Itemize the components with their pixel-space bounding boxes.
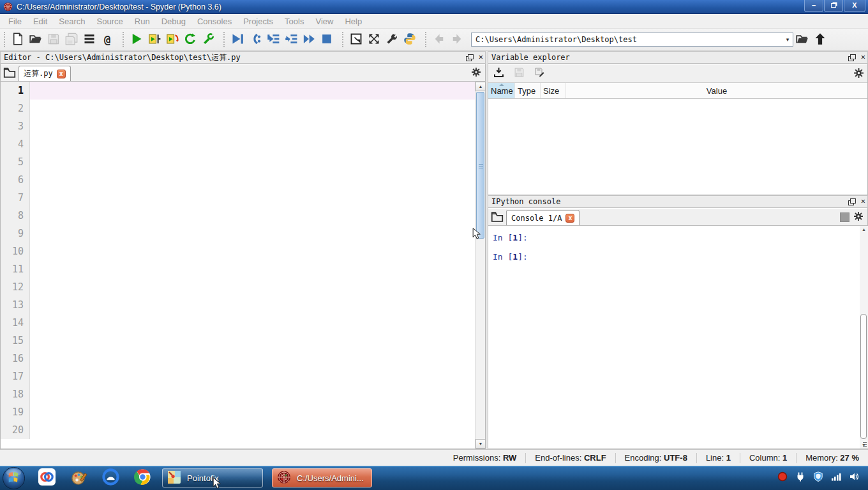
code-line[interactable]: 15 <box>1 332 475 350</box>
line-content[interactable] <box>30 332 475 350</box>
line-content[interactable] <box>30 278 475 296</box>
console-scrollbar[interactable]: ▲ ▼ <box>860 226 868 449</box>
menu-search[interactable]: Search <box>53 15 91 27</box>
working-directory-input[interactable] <box>472 35 782 44</box>
code-line[interactable]: 7 <box>1 189 475 207</box>
menu-help[interactable]: Help <box>339 15 368 27</box>
code-line[interactable]: 12 <box>1 278 475 296</box>
working-directory-combo[interactable]: ▾ <box>471 33 793 47</box>
line-content[interactable] <box>30 135 475 153</box>
editor-tab[interactable]: 运算.py x <box>19 66 71 81</box>
new-file-button[interactable] <box>9 31 27 48</box>
code-line[interactable]: 14 <box>1 314 475 332</box>
save-all-button[interactable] <box>63 31 80 48</box>
debug-file-button[interactable] <box>228 31 246 48</box>
close-pane-icon[interactable]: ✕ <box>861 197 865 205</box>
line-content[interactable] <box>30 189 475 207</box>
browse-tabs-icon[interactable] <box>3 66 17 80</box>
toolbar-handle[interactable] <box>425 32 428 47</box>
line-content[interactable] <box>30 242 475 260</box>
menu-edit[interactable]: Edit <box>27 15 53 27</box>
toolbar-handle[interactable] <box>4 32 6 47</box>
record-tray-icon[interactable] <box>777 473 788 484</box>
open-file-button[interactable] <box>27 31 45 48</box>
run-selection-button[interactable] <box>199 31 217 48</box>
toolbar-handle[interactable] <box>123 32 125 47</box>
console-tab[interactable]: Console 1/A x <box>506 210 580 225</box>
interrupt-kernel-icon[interactable] <box>840 212 849 222</box>
menu-run[interactable]: Run <box>129 15 156 27</box>
menu-tools[interactable]: Tools <box>279 15 310 27</box>
line-content[interactable] <box>30 421 475 439</box>
code-line[interactable]: 11 <box>1 260 475 278</box>
tab-close-icon[interactable]: x <box>565 214 574 223</box>
save-data-as-button[interactable] <box>532 66 547 81</box>
scroll-down-icon[interactable]: ▼ <box>860 443 867 447</box>
close-button[interactable]: X <box>844 0 865 12</box>
code-line[interactable]: 10 <box>1 242 475 260</box>
debug-step-into-button[interactable] <box>264 31 282 48</box>
volume-tray-icon[interactable] <box>848 473 859 484</box>
maximize-pane-button[interactable] <box>347 31 365 48</box>
forward-button[interactable] <box>448 31 466 48</box>
editor-options-gear-icon[interactable] <box>471 67 483 78</box>
back-button[interactable] <box>430 31 448 48</box>
signal-tray-icon[interactable] <box>830 473 841 484</box>
run-cell-button[interactable] <box>146 31 163 48</box>
close-pane-icon[interactable]: ✕ <box>479 53 483 61</box>
menu-consoles[interactable]: Consoles <box>191 15 237 27</box>
console-scroll-track[interactable] <box>860 314 867 439</box>
line-content[interactable] <box>30 368 475 385</box>
preferences-button[interactable] <box>383 31 401 48</box>
console-options-gear-icon[interactable] <box>853 211 865 223</box>
line-content[interactable] <box>30 153 475 171</box>
code-line[interactable]: 6 <box>1 171 475 189</box>
menu-file[interactable]: File <box>3 15 27 27</box>
code-line[interactable]: 5 <box>1 153 475 171</box>
code-line[interactable]: 20 <box>1 421 475 439</box>
chrome-launcher[interactable] <box>131 467 153 489</box>
line-content[interactable] <box>30 403 475 421</box>
line-content[interactable] <box>30 225 475 242</box>
console-input-area[interactable]: In [1]:In [1]: <box>488 226 860 449</box>
browse-tabs-icon[interactable] <box>490 210 504 224</box>
run-cell-advance-button[interactable] <box>163 31 181 48</box>
code-line[interactable]: 13 <box>1 296 475 314</box>
undock-pane-icon[interactable] <box>850 198 856 204</box>
line-content[interactable] <box>30 100 475 117</box>
paint-palette-launcher[interactable] <box>68 467 89 489</box>
column-header-type[interactable]: Type <box>515 83 541 98</box>
line-content[interactable] <box>30 314 475 332</box>
editor-scrollbar-thumb[interactable] <box>476 92 484 239</box>
column-header-size[interactable]: Size <box>541 83 566 98</box>
scroll-up-icon[interactable]: ▲ <box>860 227 867 232</box>
menu-view[interactable]: View <box>310 15 339 27</box>
line-content[interactable] <box>30 207 475 225</box>
file-switcher-button[interactable] <box>80 31 98 48</box>
code-line[interactable]: 2 <box>1 100 475 117</box>
plug-tray-icon[interactable] <box>795 473 805 484</box>
window-titlebar[interactable]: C:/Users/Administrator/Desktop/test - Sp… <box>0 0 868 14</box>
debug-continue-button[interactable] <box>300 31 318 48</box>
column-header-value[interactable]: Value <box>566 83 867 98</box>
undock-pane-icon[interactable] <box>850 54 856 59</box>
code-line[interactable]: 19 <box>1 403 475 421</box>
editor-code-area[interactable]: 1234567891011121314151617181920 <box>1 82 475 449</box>
chevron-down-icon[interactable]: ▾ <box>782 33 793 46</box>
undock-pane-icon[interactable] <box>468 54 474 59</box>
start-button[interactable] <box>2 466 26 490</box>
debug-stop-button[interactable] <box>318 31 336 48</box>
line-content[interactable] <box>30 117 475 135</box>
code-line[interactable]: 1 <box>1 82 475 100</box>
menu-source[interactable]: Source <box>91 15 129 27</box>
symbol-finder-button[interactable]: @ <box>98 31 116 48</box>
python-path-button[interactable] <box>401 31 419 48</box>
code-line[interactable]: 16 <box>1 350 475 368</box>
line-content[interactable] <box>30 385 475 403</box>
code-line[interactable]: 3 <box>1 117 475 135</box>
menu-projects[interactable]: Projects <box>237 15 279 27</box>
close-pane-icon[interactable]: ✕ <box>861 53 865 61</box>
restore-button[interactable] <box>824 0 843 12</box>
line-content[interactable] <box>30 171 475 189</box>
qq-browser-launcher[interactable] <box>100 467 121 489</box>
